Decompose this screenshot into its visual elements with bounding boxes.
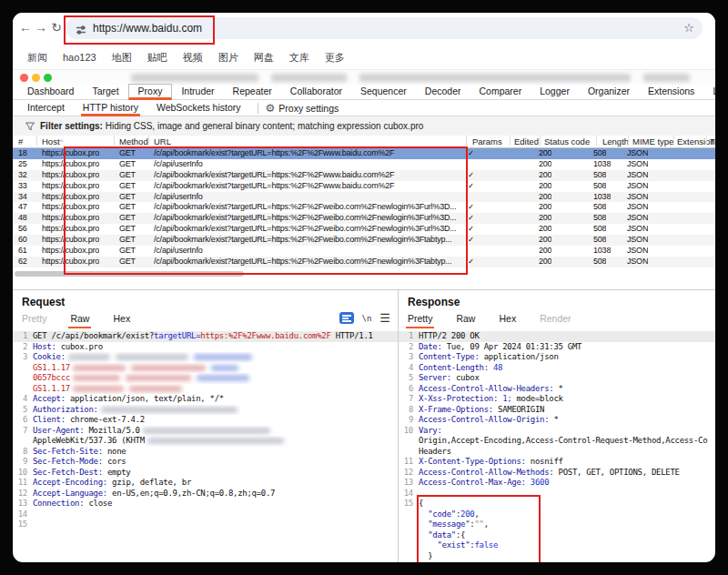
- main-tab-extensions[interactable]: Extensions: [639, 85, 703, 98]
- reload-icon[interactable]: ↻: [49, 18, 64, 36]
- code-text: Connection:: [33, 499, 84, 508]
- main-tab-intruder[interactable]: Intruder: [172, 85, 223, 98]
- table-row[interactable]: 33https://cubox.proGET/c/api/bookmark/ex…: [13, 181, 715, 192]
- main-tab-collaborator[interactable]: Collaborator: [281, 85, 351, 98]
- request-view-tabs: PrettyRawHex: [22, 312, 130, 327]
- main-tab-proxy[interactable]: Proxy: [128, 84, 173, 100]
- response-panel: Response PrettyRawHexRender 1HTTP/2 200 …: [399, 290, 715, 562]
- bookmark-link[interactable]: hao123: [63, 52, 96, 63]
- table-row[interactable]: 48https://cubox.proGET/c/api/bookmark/ex…: [13, 213, 715, 224]
- cell-status: 200: [539, 159, 551, 170]
- response-tab-pretty[interactable]: Pretty: [408, 312, 432, 327]
- request-tab-raw[interactable]: Raw: [70, 312, 89, 327]
- horizontal-scrollbar[interactable]: [15, 271, 244, 277]
- response-editor[interactable]: 1HTTP/2 200 OK2Date: Tue, 09 Apr 2024 01…: [399, 331, 715, 562]
- request-line: 10Sec-Fetch-Dest: empty: [13, 468, 398, 479]
- editor-menu-icon[interactable]: ☰: [379, 312, 390, 324]
- table-row[interactable]: 47https://cubox.proGET/c/api/bookmark/ex…: [13, 202, 715, 213]
- bookmark-link[interactable]: 新闻: [27, 51, 47, 65]
- params-check-icon: ✓: [468, 213, 474, 224]
- response-tab-render[interactable]: Render: [540, 312, 571, 327]
- bookmark-link[interactable]: 文库: [289, 51, 309, 65]
- table-row[interactable]: 34https://cubox.proGET/c/api/userInfo200…: [13, 192, 715, 203]
- inspector-icon[interactable]: [339, 312, 354, 324]
- cell-method: GET: [119, 170, 136, 181]
- bookmark-link[interactable]: 贴吧: [147, 51, 167, 65]
- address-bar[interactable]: https://www.baidu.com ☆: [66, 17, 703, 39]
- column-header-num[interactable]: #: [18, 136, 23, 147]
- bookmark-star-icon[interactable]: ☆: [683, 17, 694, 39]
- table-row[interactable]: 32https://cubox.proGET/c/api/bookmark/ex…: [13, 170, 715, 181]
- column-header-edited[interactable]: Edited: [514, 136, 539, 147]
- bookmark-link[interactable]: 图片: [218, 51, 238, 65]
- code-text: HTTP/2 200 OK: [419, 331, 480, 340]
- request-editor[interactable]: 1GET /c/api/bookmark/exist?targetURL=htt…: [13, 331, 398, 562]
- response-tab-hex[interactable]: Hex: [499, 312, 516, 327]
- column-header-length[interactable]: Length: [602, 136, 629, 147]
- code-text: nosniff: [526, 457, 563, 466]
- forward-icon[interactable]: →: [34, 18, 48, 36]
- main-tab-sequencer[interactable]: Sequencer: [351, 85, 416, 98]
- close-window-button[interactable]: [20, 74, 28, 82]
- main-tab-dashboard[interactable]: Dashboard: [18, 85, 83, 98]
- main-tab-decoder[interactable]: Decoder: [416, 85, 470, 98]
- column-header-t[interactable]: T: [710, 136, 715, 147]
- params-check-icon: ✓: [468, 235, 474, 246]
- column-header-mime-type[interactable]: MIME type: [632, 136, 673, 147]
- bookmark-link[interactable]: 地图: [112, 51, 132, 65]
- code-text: Date:: [419, 342, 442, 351]
- table-row[interactable]: 62https://cubox.proGET/c/api/bookmark/ex…: [13, 257, 715, 267]
- table-row[interactable]: 61https://cubox.proGET/c/api/userInfo200…: [13, 246, 715, 257]
- response-line: }: [399, 551, 715, 562]
- cell-method: GET: [119, 159, 136, 170]
- column-header-method[interactable]: Method: [119, 136, 148, 147]
- response-line: 10Vary:: [399, 426, 715, 437]
- bookmark-link[interactable]: 视频: [183, 51, 203, 65]
- redacted-blur: [73, 375, 120, 381]
- gear-icon[interactable]: ⚙: [266, 102, 276, 115]
- main-tab-logger[interactable]: Logger: [531, 85, 579, 98]
- line-number: 8: [399, 405, 413, 416]
- request-tab-hex[interactable]: Hex: [113, 312, 130, 327]
- table-row[interactable]: 18https://cubox.proGET/c/api/bookmark/ex…: [13, 148, 715, 159]
- bookmark-link[interactable]: 更多: [325, 51, 345, 65]
- sub-tab-websockets-history[interactable]: WebSockets history: [147, 101, 250, 115]
- proxy-settings-button[interactable]: Proxy settings: [278, 103, 339, 114]
- column-header-status-code[interactable]: Status code: [544, 136, 590, 147]
- history-table-header[interactable]: #Host ^MethodURLParamsEditedStatus codeL…: [13, 136, 715, 148]
- back-icon[interactable]: ←: [18, 18, 33, 36]
- table-row[interactable]: 56https://cubox.proGET/c/api/bookmark/ex…: [13, 224, 715, 235]
- cell-url: /c/api/bookmark/exist?targetURL=https:%2…: [154, 170, 464, 181]
- code-text: :{: [456, 530, 465, 540]
- cell-url: /c/api/bookmark/exist?targetURL=https:%2…: [154, 224, 464, 235]
- cell-id: 33: [18, 181, 27, 192]
- response-line: "exist":false: [399, 540, 715, 551]
- url-text[interactable]: https://www.baidu.com: [93, 17, 202, 39]
- main-tab-organizer[interactable]: Organizer: [579, 85, 639, 98]
- params-check-icon: ✓: [468, 148, 474, 159]
- response-tab-raw[interactable]: Raw: [456, 312, 475, 327]
- table-row[interactable]: 25https://cubox.proGET/c/api/userInfo200…: [13, 159, 715, 170]
- main-tab-learn[interactable]: Learn: [703, 85, 715, 98]
- main-tab-comparer[interactable]: Comparer: [470, 85, 531, 98]
- sub-tab-intercept[interactable]: Intercept: [18, 101, 74, 115]
- bookmark-link[interactable]: 网盘: [254, 51, 274, 65]
- table-row[interactable]: 60https://cubox.proGET/c/api/bookmark/ex…: [13, 235, 715, 246]
- minimize-window-button[interactable]: [32, 74, 40, 82]
- sub-tab-http-history[interactable]: HTTP history: [74, 101, 147, 115]
- site-controls-icon[interactable]: [76, 23, 86, 39]
- newline-toggle-icon[interactable]: \n: [362, 314, 372, 323]
- response-line: 15{: [399, 499, 715, 509]
- column-header-params[interactable]: Params: [472, 136, 502, 147]
- request-tab-pretty[interactable]: Pretty: [22, 312, 46, 327]
- response-line: 13Access-Control-Max-Age: 3600: [399, 478, 715, 489]
- filter-settings-bar[interactable]: Filter settings: Hiding CSS, image and g…: [13, 116, 715, 136]
- main-tab-target[interactable]: Target: [83, 85, 127, 98]
- code-text: application/json, text/plain, */*: [66, 394, 224, 403]
- zoom-window-button[interactable]: [44, 74, 52, 82]
- column-header-url[interactable]: URL: [154, 136, 171, 147]
- request-line: 3Cookie:: [13, 352, 398, 363]
- column-header-host[interactable]: Host ^: [42, 136, 60, 147]
- main-tab-repeater[interactable]: Repeater: [224, 85, 281, 98]
- code-text: Origin,Accept-Encoding,Access-Control-Re…: [419, 436, 707, 445]
